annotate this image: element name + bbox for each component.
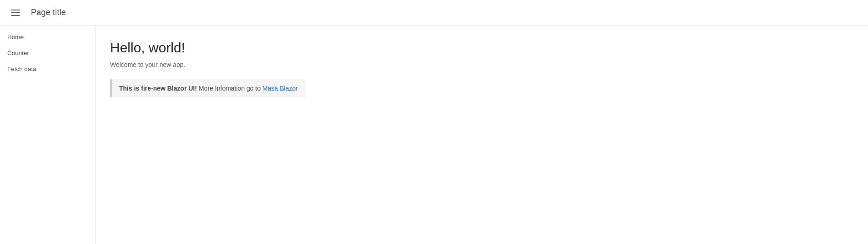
main-content: Hello, world! Welcome to your new app. T… [95, 25, 868, 244]
sidebar-item-fetch-data-label: Fetch data [7, 66, 36, 72]
sidebar: Home Counter Fetch data [0, 25, 95, 244]
app-bar: Page title [0, 0, 868, 25]
menu-button[interactable] [7, 6, 24, 20]
info-bold-text: This is fire-new Blazor UI! [119, 85, 197, 92]
app-bar-actions [835, 9, 861, 16]
page-subtitle: Welcome to your new app. [110, 61, 853, 68]
sidebar-item-counter[interactable]: Counter [0, 45, 95, 61]
info-link[interactable]: Masa.Blazor [262, 85, 298, 92]
sidebar-item-counter-label: Counter [7, 50, 29, 56]
hamburger-icon [11, 10, 20, 16]
info-link-text: Masa.Blazor [262, 85, 298, 92]
page-heading: Hello, world! [110, 40, 853, 56]
sidebar-item-home-label: Home [7, 34, 24, 41]
info-middle-text: More Infomation go to [197, 85, 262, 92]
sidebar-item-fetch-data[interactable]: Fetch data [0, 61, 95, 77]
search-button[interactable] [844, 9, 852, 16]
heart-button[interactable] [835, 9, 843, 16]
more-button[interactable] [853, 9, 861, 16]
info-box: This is fire-new Blazor UI! More Infomat… [110, 79, 305, 97]
app-bar-left: Page title [7, 6, 66, 20]
layout: Home Counter Fetch data Hello, world! We… [0, 25, 868, 244]
app-bar-title: Page title [31, 8, 66, 17]
sidebar-item-home[interactable]: Home [0, 29, 95, 45]
